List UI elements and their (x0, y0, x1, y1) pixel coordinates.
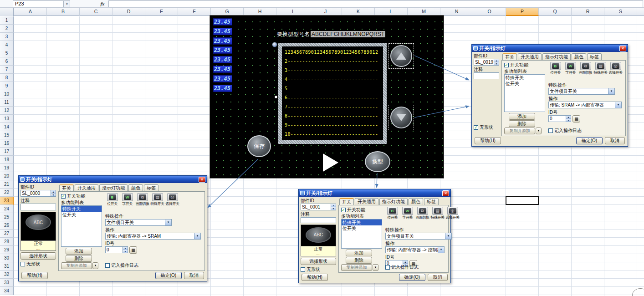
copy-and-add-button[interactable]: 复制并添加 (341, 264, 372, 271)
checkbox-box[interactable]: ✓ (474, 125, 478, 130)
row-header-30[interactable]: 30 (0, 254, 14, 262)
operation-select[interactable]: 传输: 内部寄存器 -> SRAM ▼ (105, 233, 201, 240)
screen-switch-icon[interactable]: ⧉画面切换 (135, 193, 149, 206)
tab-3[interactable]: 颜色 (572, 53, 586, 60)
lcd-display[interactable]: 23.45 (213, 85, 232, 92)
ok-button[interactable]: 确定(O) (399, 274, 425, 281)
row-header-16[interactable]: 16 (0, 139, 14, 148)
column-header-A[interactable]: A (14, 8, 47, 16)
part-id-spinner[interactable]: ▲▼ (494, 59, 499, 65)
row-header-32[interactable]: 32 (0, 270, 14, 279)
active-cell[interactable] (506, 196, 539, 205)
word-switch-icon[interactable]: W字开关 (563, 62, 578, 75)
special-switch-icon[interactable]: ▤特殊开关 (593, 62, 608, 75)
operation-select[interactable]: 传输: 内部寄存器 -> 控制器/PLC ▼ (385, 246, 445, 253)
add-button[interactable]: 添加 (346, 250, 372, 256)
add-button[interactable]: 添加 (66, 248, 92, 255)
row-header-14[interactable]: 14 (0, 123, 14, 131)
change-model-button[interactable]: 换型 (365, 151, 390, 172)
list-item[interactable]: 特殊开关 (505, 75, 545, 81)
tab-2[interactable]: 指示灯功能 (379, 198, 408, 205)
word-switch-icon[interactable]: W字开关 (120, 193, 134, 206)
file-list-row[interactable]: 9------------------------------- (285, 121, 380, 130)
scroll-down-button[interactable] (390, 107, 412, 128)
row-header-19[interactable]: 19 (0, 164, 14, 172)
address-keypad-button[interactable]: ▦ (129, 246, 137, 254)
bit-switch-icon[interactable]: B位开关 (105, 193, 119, 206)
tab-3[interactable]: 颜色 (409, 198, 423, 205)
tab-0[interactable]: 开关 (502, 53, 517, 60)
special-operation-select[interactable]: 文件项目开关 ▼ (105, 219, 172, 226)
row-header-13[interactable]: 13 (0, 115, 14, 123)
lcd-display[interactable]: 23.45 (213, 28, 232, 35)
copy-and-add-button[interactable]: 复制并添加 (504, 128, 535, 134)
select-shape-button[interactable]: 选择形状 (20, 252, 56, 260)
multifunction-listbox[interactable]: 特殊开关位开关 (61, 205, 102, 247)
comment-input[interactable] (474, 72, 499, 79)
multifunction-listbox[interactable]: 特殊开关位开关 (504, 74, 545, 112)
checkbox-box[interactable]: ✓ (341, 208, 346, 212)
list-item[interactable]: 特殊开关 (61, 206, 102, 212)
add-button[interactable]: 添加 (509, 113, 535, 120)
row-header-15[interactable]: 15 (0, 131, 14, 139)
row-header-23[interactable]: 23 (0, 197, 14, 205)
delete-button[interactable]: 删除 (66, 255, 92, 262)
screen-switch-icon[interactable]: ⧉画面切换 (415, 207, 429, 219)
spinner-arrows[interactable]: ▲▼ (566, 116, 571, 122)
checkbox-box[interactable] (301, 267, 305, 272)
cancel-button[interactable]: 取消 (184, 272, 204, 279)
no-shape-checkbox[interactable]: ✓ 无形状 (474, 124, 499, 131)
no-shape-checkbox[interactable]: 无形状 (301, 266, 336, 273)
row-header-10[interactable]: 10 (0, 90, 14, 98)
close-icon[interactable]: ✕ (442, 190, 449, 196)
row-header-25[interactable]: 25 (0, 213, 14, 221)
row-header-3[interactable]: 3 (0, 33, 14, 41)
row-header-31[interactable]: 31 (0, 262, 14, 270)
row-header-29[interactable]: 29 (0, 246, 14, 254)
row-header-34[interactable]: 34 (0, 287, 14, 295)
row-header-28[interactable]: 28 (0, 238, 14, 246)
dialog-titlebar[interactable]: 开关/指示灯 ✕ (472, 45, 628, 52)
column-header-R[interactable]: R (572, 8, 604, 16)
model-name-value[interactable]: ABCDEFGHIJKLMNOPQRST (311, 31, 385, 37)
row-header-26[interactable]: 26 (0, 221, 14, 230)
hmi-screen-canvas[interactable]: 23.4523.4523.4523.4523.4523.4523.4523.45… (210, 15, 444, 179)
file-list-row[interactable]: 12345678901234567890123456789012 (285, 48, 380, 57)
row-header-27[interactable]: 27 (0, 230, 14, 238)
row-header-9[interactable]: 9 (0, 82, 14, 90)
row-header-8[interactable]: 8 (0, 74, 14, 82)
spinner-arrows[interactable]: ▲▼ (123, 247, 128, 253)
column-header-D[interactable]: D (112, 8, 145, 16)
lcd-display[interactable]: 23.45 (213, 66, 232, 73)
close-icon[interactable]: ✕ (619, 46, 626, 51)
cancel-button[interactable]: 取消 (428, 274, 448, 281)
special-switch-icon[interactable]: ▤特殊开关 (430, 207, 445, 219)
file-list-row[interactable]: 8------------------------------- (285, 112, 380, 121)
row-header-5[interactable]: 5 (0, 49, 14, 57)
address-keypad-button[interactable]: ▦ (572, 115, 580, 122)
file-list-row[interactable]: 6------------------------------- (285, 93, 380, 102)
lcd-display[interactable]: 23.45 (213, 75, 232, 82)
id-number-spinner[interactable]: 0 ▲▼ (105, 246, 128, 253)
id-number-spinner[interactable]: 0 ▲▼ (548, 115, 571, 122)
row-header-4[interactable]: 4 (0, 41, 14, 49)
file-list-row[interactable]: 3------------------------------- (285, 66, 380, 75)
row-header-24[interactable]: 24 (0, 205, 14, 213)
part-id-spinner[interactable]: ▲▼ (51, 190, 56, 196)
operation-log-checkbox[interactable]: 记入操作日志 (385, 264, 419, 270)
operation-log-checkbox[interactable]: 记入操作日志 (105, 262, 138, 269)
tab-1[interactable]: 开关通用 (518, 53, 542, 60)
file-list-row[interactable]: 4------------------------------- (285, 75, 380, 84)
bit-switch-icon[interactable]: B位开关 (385, 207, 399, 219)
help-button[interactable]: 帮助(H) (21, 272, 48, 279)
dropdown-arrow-icon[interactable]: ▼ (615, 102, 621, 108)
lcd-display[interactable]: 23.45 (213, 46, 232, 54)
row-header-7[interactable]: 7 (0, 66, 14, 74)
ok-button[interactable]: 确定(O) (155, 272, 182, 279)
multifunction-listbox[interactable]: 特殊开关位开关 (341, 219, 382, 249)
operation-log-checkbox[interactable]: 记入操作日志 (548, 128, 582, 134)
tab-0[interactable]: 开关 (59, 184, 74, 191)
switch-function-checkbox[interactable]: ✓ 开关功能 (504, 62, 528, 68)
part-id-combo[interactable]: SL_0000 ▲▼ (20, 190, 56, 197)
tab-4[interactable]: 标签 (424, 198, 439, 205)
